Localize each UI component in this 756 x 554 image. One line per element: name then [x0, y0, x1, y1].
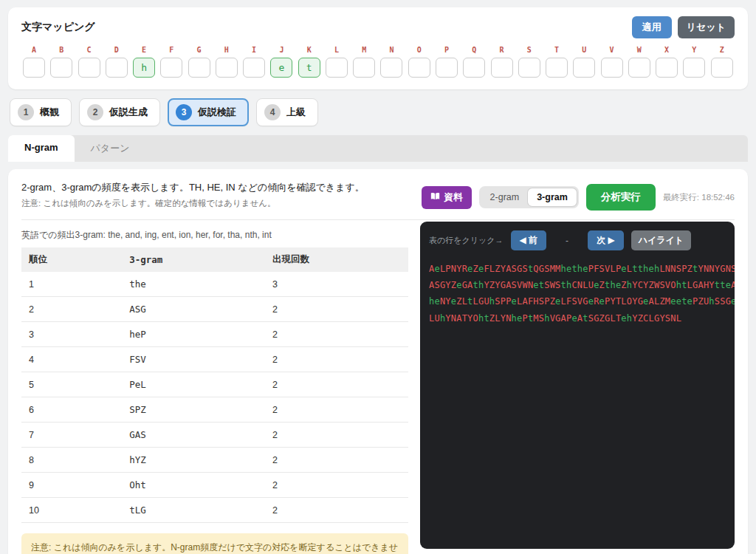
mapping-input-V[interactable] [601, 58, 623, 78]
caution-box: 注意: これは傾向のみを示します。N-gram頻度だけで文字の対応を断定すること… [21, 533, 408, 554]
step-number: 1 [18, 104, 34, 120]
next-button[interactable]: 次 ▶ [588, 230, 624, 250]
table-row[interactable]: 9Oht2 [21, 473, 408, 498]
mapping-input-N[interactable] [380, 58, 402, 78]
letter-label: W [637, 46, 642, 54]
table-row[interactable]: 6SPZ2 [21, 397, 408, 423]
mapping-input-E[interactable] [133, 58, 155, 78]
tab-ngram[interactable]: N-gram [8, 135, 75, 162]
col-count: 出現回数 [265, 247, 408, 272]
mapping-input-K[interactable] [298, 58, 320, 78]
mapping-input-A[interactable] [23, 58, 45, 78]
letter-mapping-grid: ABCDEFGHIJKLMNOPQRSTUVWXYZ [21, 46, 735, 78]
letter-label: I [252, 46, 256, 54]
table-row[interactable]: 5PeL2 [21, 372, 408, 397]
mapping-input-L[interactable] [326, 58, 348, 78]
letter-cell-X: X [654, 46, 679, 78]
col-rank: 順位 [21, 247, 122, 272]
mapping-input-C[interactable] [78, 58, 100, 78]
highlight-button[interactable]: ハイライト [631, 230, 691, 250]
letter-label: J [279, 46, 284, 54]
letter-label: E [142, 46, 146, 54]
cipher-line: heNYeZLtLGUhSPPeLAFHSPZeLFSVGeRePYTLOYGe… [429, 293, 726, 310]
letter-cell-F: F [159, 46, 184, 78]
mapping-input-F[interactable] [160, 58, 182, 78]
letter-label: F [169, 46, 173, 54]
letter-label: U [582, 46, 586, 54]
step-tab-advanced[interactable]: 4 上級 [256, 98, 318, 126]
docs-button[interactable]: 資料 [422, 186, 472, 209]
letter-cell-A: A [21, 46, 47, 78]
mapping-input-B[interactable] [50, 58, 72, 78]
table-row[interactable]: 8hYZ2 [21, 448, 408, 473]
mapping-input-Y[interactable] [683, 58, 705, 78]
table-row[interactable]: 7GAS2 [21, 423, 408, 448]
mapping-input-I[interactable] [243, 58, 265, 78]
table-row[interactable]: 1the3 [21, 272, 408, 297]
letter-label: G [197, 46, 202, 54]
letter-cell-Z: Z [709, 46, 735, 78]
subtab-bar: N-gram パターン [8, 135, 748, 162]
apply-button[interactable]: 適用 [632, 16, 672, 38]
letter-cell-Y: Y [681, 46, 707, 78]
letter-label: A [32, 46, 36, 54]
letter-cell-I: I [241, 46, 267, 78]
letter-label: S [527, 46, 532, 54]
mapping-input-G[interactable] [188, 58, 210, 78]
table-row[interactable]: 2ASG2 [21, 297, 408, 322]
gram2-option[interactable]: 2-gram [481, 188, 529, 206]
step-tab-overview[interactable]: 1 概観 [10, 98, 72, 126]
ngram-panel: 2-gram、3-gramの頻度を表示します。TH, HE, IN などの傾向を… [8, 169, 748, 554]
ngram-table: 順位 3-gram 出現回数 1the32ASG23heP24FSV25PeL2… [21, 247, 408, 523]
mapping-input-T[interactable] [546, 58, 568, 78]
letter-cell-H: H [214, 46, 239, 78]
mapping-input-J[interactable] [270, 58, 292, 78]
mapping-input-X[interactable] [656, 58, 678, 78]
mapping-input-S[interactable] [518, 58, 540, 78]
table-row[interactable]: 4FSV2 [21, 347, 408, 372]
step-tab-hypothesis-testing[interactable]: 3 仮説検証 [168, 98, 249, 126]
mapping-input-D[interactable] [106, 58, 128, 78]
step-tab-hypothesis-generation[interactable]: 2 仮説生成 [79, 98, 160, 126]
letter-label: D [114, 46, 119, 54]
mapping-input-M[interactable] [353, 58, 375, 78]
letter-label: K [307, 46, 312, 54]
ciphertext[interactable]: AeLPNYReZeFLZYASGStQGSMMhethePFSVLPeLtth… [429, 256, 726, 326]
ciphertext-panel: 表の行をクリック→ ◀ 前 - 次 ▶ ハイライト AeLPNYReZeFLZY… [420, 222, 735, 549]
mapping-title: 文字マッピング [21, 21, 95, 34]
reset-button[interactable]: リセット [678, 16, 735, 38]
cipher-tip: 表の行をクリック→ [429, 235, 504, 246]
mapping-input-H[interactable] [216, 58, 238, 78]
step-tabs: 1 概観 2 仮説生成 3 仮説検証 4 上級 [10, 98, 748, 126]
cipher-line: AeLPNYReZeFLZYASGStQGSMMhethePFSVLPeLtth… [429, 261, 726, 277]
mapping-input-W[interactable] [628, 58, 650, 78]
letter-cell-M: M [351, 46, 377, 78]
mapping-input-U[interactable] [573, 58, 595, 78]
letter-cell-R: R [489, 46, 515, 78]
table-row[interactable]: 3heP2 [21, 322, 408, 347]
prev-button[interactable]: ◀ 前 [511, 230, 547, 250]
table-row[interactable]: 10tLG2 [21, 498, 408, 523]
gram3-option[interactable]: 3-gram [528, 188, 577, 206]
letter-cell-U: U [571, 46, 597, 78]
mapping-input-P[interactable] [436, 58, 458, 78]
tab-pattern[interactable]: パターン [75, 135, 146, 162]
mapping-input-Q[interactable] [463, 58, 485, 78]
run-analysis-button[interactable]: 分析実行 [586, 184, 656, 211]
letter-cell-W: W [627, 46, 652, 78]
match-counter: - [554, 236, 580, 246]
mapping-input-O[interactable] [408, 58, 430, 78]
letter-label: N [389, 46, 394, 54]
letter-label: Q [472, 46, 476, 54]
letter-cell-G: G [187, 46, 212, 78]
mapping-input-R[interactable] [491, 58, 513, 78]
letter-cell-D: D [104, 46, 129, 78]
letter-label: H [224, 46, 229, 54]
cipher-line: ASGYZeGAthYZYGASVWNetSWSthCNLUeZtheZhYCY… [429, 277, 726, 293]
step-number: 2 [87, 104, 103, 120]
panel-description: 2-gram、3-gramの頻度を表示します。TH, HE, IN などの傾向を… [21, 181, 365, 194]
letter-cell-O: O [407, 46, 432, 78]
letter-label: C [87, 46, 92, 54]
mapping-input-Z[interactable] [711, 58, 733, 78]
letter-label: L [334, 46, 339, 54]
